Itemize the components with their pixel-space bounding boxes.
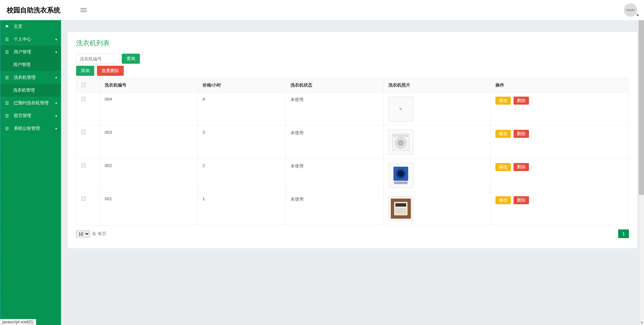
header: 校园自助洗衣系统 80x80 — [0, 0, 644, 20]
delete-button[interactable]: 删除 — [514, 130, 529, 138]
sidebar-item-user-mgmt[interactable]: ☰ 用户管理 ▾ — [0, 46, 61, 58]
menu-toggle-icon[interactable] — [80, 8, 87, 12]
pagination: 10 条 每页 1 — [76, 229, 629, 238]
sidebar-item-label: 个人中心 — [14, 36, 31, 42]
cell-photo — [383, 126, 491, 159]
row-checkbox[interactable] — [81, 130, 86, 134]
cell-id: 001 — [100, 192, 198, 225]
sidebar-item-messages[interactable]: ☰ 留言管理 ▾ — [0, 109, 61, 122]
cell-price: 4 — [198, 93, 286, 126]
table-row: 004 4 未使用 修改 删除 — [76, 93, 629, 126]
sidebar-item-profile[interactable]: ☰ 个人中心 ▾ — [0, 33, 61, 46]
svg-point-6 — [398, 171, 404, 177]
edit-button[interactable]: 修改 — [495, 163, 511, 171]
sidebar-item-washer-mgmt-sub[interactable]: 洗衣机管理 — [0, 84, 61, 97]
page-buttons: 1 — [618, 229, 629, 238]
cell-price: 3 — [198, 126, 286, 159]
delete-button[interactable]: 删除 — [514, 163, 529, 171]
list-icon: ☰ — [4, 101, 10, 106]
cell-status: 未使用 — [286, 159, 384, 192]
app-title: 校园自助洗衣系统 — [7, 6, 60, 15]
cell-status: 未使用 — [286, 192, 384, 225]
header-price: 价格/小时 — [198, 78, 286, 93]
sidebar-item-reservations[interactable]: ☰ 已预约洗衣机管理 ▾ — [0, 97, 61, 109]
header-photo: 洗衣机照片 — [383, 78, 491, 93]
svg-rect-7 — [394, 181, 408, 184]
svg-point-2 — [397, 140, 404, 146]
table-header-row: 洗衣机编号 价格/小时 洗衣机状态 洗衣机照片 操作 — [76, 78, 629, 93]
data-table: 洗衣机编号 价格/小时 洗衣机状态 洗衣机照片 操作 004 4 未使用 修改 … — [76, 78, 629, 225]
chevron-down-icon: ▾ — [55, 38, 57, 41]
scrollbar-thumb[interactable] — [639, 0, 644, 195]
chevron-down-icon: ▾ — [55, 101, 57, 105]
row-checkbox[interactable] — [81, 97, 86, 101]
sidebar-item-label: 用户管理 — [14, 49, 31, 55]
header-left: 校园自助洗衣系统 — [7, 6, 87, 15]
scroll-down-icon[interactable]: ▾ — [639, 320, 644, 325]
cell-actions: 修改 删除 — [491, 192, 629, 225]
sidebar-item-label: 留言管理 — [14, 113, 31, 119]
sidebar: ⚑ 主页 ☰ 个人中心 ▾ ☰ 用户管理 ▾ 用户管理 ☰ 洗衣机管理 ▾ 洗衣… — [0, 20, 61, 325]
search-button[interactable]: 查询 — [122, 54, 140, 64]
flag-icon: ⚑ — [4, 24, 10, 29]
washer-photo — [388, 163, 413, 188]
cell-id: 003 — [100, 126, 198, 159]
header-status: 洗衣机状态 — [286, 78, 384, 93]
sidebar-item-washer-mgmt[interactable]: ☰ 洗衣机管理 ▾ — [0, 71, 61, 84]
svg-rect-10 — [395, 203, 406, 207]
select-all-checkbox[interactable] — [81, 83, 86, 87]
edit-button[interactable]: 修改 — [495, 196, 511, 204]
svg-rect-11 — [395, 208, 406, 214]
cell-status: 未使用 — [286, 93, 384, 126]
table-row: 002 2 未使用 修改 删除 — [76, 159, 629, 192]
cell-photo — [383, 192, 491, 225]
bulk-delete-button[interactable]: 批量删除 — [97, 66, 124, 76]
svg-rect-3 — [393, 135, 408, 137]
sidebar-item-home[interactable]: ⚑ 主页 — [0, 20, 61, 33]
page-title: 洗衣机列表 — [76, 39, 629, 48]
add-button[interactable]: 添加 — [76, 66, 94, 76]
list-icon: ☰ — [4, 37, 10, 42]
table-row: 001 1 未使用 修改 删除 — [76, 192, 629, 225]
avatar[interactable]: 80x80 — [624, 3, 637, 17]
row-checkbox[interactable] — [81, 196, 86, 201]
cell-id: 002 — [100, 159, 198, 192]
card: 洗衣机列表 查询 添加 批量删除 洗衣机编号 价格/小时 洗衣机状态 — [68, 32, 637, 248]
sidebar-item-label: 已预约洗衣机管理 — [14, 100, 49, 106]
cell-photo — [383, 93, 491, 126]
cell-actions: 修改 删除 — [491, 159, 629, 192]
sidebar-item-label: 主页 — [14, 23, 22, 30]
header-actions: 操作 — [491, 78, 629, 93]
cell-price: 2 — [198, 159, 286, 192]
washer-photo — [388, 196, 413, 221]
delete-button[interactable]: 删除 — [514, 97, 529, 105]
per-page-label: 条 每页 — [92, 231, 106, 237]
main-content: 洗衣机列表 查询 添加 批量删除 洗衣机编号 价格/小时 洗衣机状态 — [61, 20, 644, 325]
chevron-down-icon: ▾ — [55, 50, 57, 54]
list-icon: ☰ — [4, 113, 10, 118]
cell-price: 1 — [198, 192, 286, 225]
sidebar-item-announcements[interactable]: ☰ 系统公告管理 ▾ — [0, 122, 61, 135]
page-number-button[interactable]: 1 — [618, 229, 629, 238]
cell-id: 004 — [100, 93, 198, 126]
list-icon: ☰ — [4, 50, 10, 55]
per-page-select[interactable]: 10 — [76, 230, 90, 237]
search-toolbar: 查询 — [76, 54, 629, 64]
scrollbar[interactable]: ▴ ▾ — [639, 0, 644, 325]
table-row: 003 3 未使用 修改 删除 — [76, 126, 629, 159]
broken-image-icon — [388, 97, 413, 121]
row-checkbox[interactable] — [81, 163, 86, 168]
edit-button[interactable]: 修改 — [495, 130, 511, 138]
sidebar-item-label: 系统公告管理 — [14, 125, 40, 131]
sidebar-item-label: 用户管理 — [13, 62, 31, 68]
delete-button[interactable]: 删除 — [514, 196, 529, 204]
browser-status-bar: javascript:void(0); — [0, 319, 36, 325]
sidebar-item-label: 洗衣机管理 — [14, 74, 36, 80]
cell-actions: 修改 删除 — [491, 126, 629, 159]
header-checkbox-col — [76, 78, 100, 93]
edit-button[interactable]: 修改 — [495, 97, 511, 105]
header-id: 洗衣机编号 — [100, 78, 198, 93]
search-input[interactable] — [76, 54, 119, 64]
cell-photo — [383, 159, 491, 192]
sidebar-item-user-mgmt-sub[interactable]: 用户管理 — [0, 58, 61, 71]
